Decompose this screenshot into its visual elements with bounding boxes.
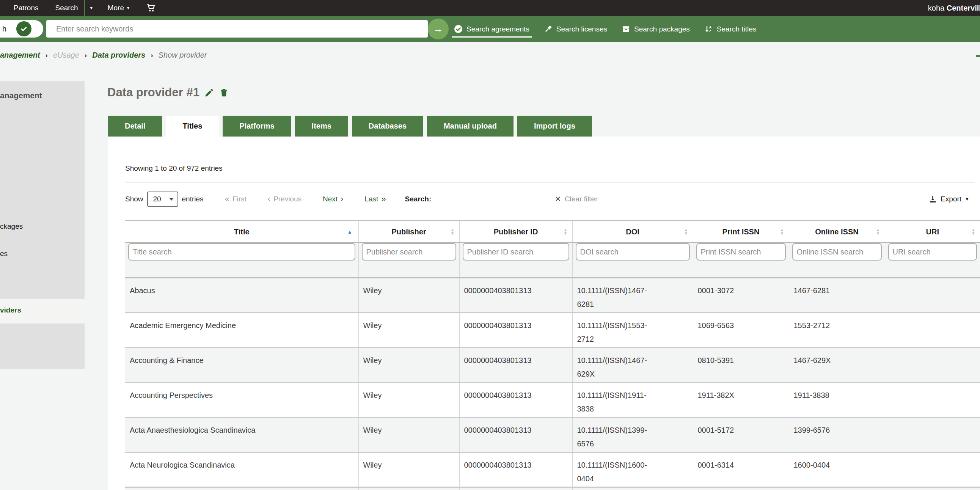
breadcrumb-item[interactable]: Data providers [92,51,145,60]
column-header-online-issn[interactable]: Online ISSN▲▼ [789,221,885,243]
column-header-uri[interactable]: URI▲▼ [885,221,980,243]
column-header-doi[interactable]: DOI▲▼ [572,221,693,243]
cell-uri [885,312,980,347]
nav-more[interactable]: More ▾ [108,0,129,16]
cell-publisher: Wiley [358,452,459,487]
filter-cell [459,243,572,278]
scope-link-label: Search licenses [556,25,607,33]
table-row: Accounting PerspectivesWiley000000040380… [125,382,980,417]
cell-print-issn: 1069-6563 [693,312,789,347]
sidebar-item-titles[interactable]: es [0,250,8,258]
box-icon [622,25,630,33]
search-tab-fragment[interactable]: h [0,20,43,38]
edit-icon[interactable] [204,88,214,98]
filter-cell [789,243,885,278]
column-header-title[interactable]: Title▲ [125,221,358,243]
sort-both-icon: ▲▼ [971,228,975,235]
table-row: Acta Obstetricia et Gynecologica Scandin… [125,487,980,490]
cell-doi: 10.1111/(ISSN)1553-2712 [572,312,693,347]
scope-link-search-agreements[interactable]: Search agreements [454,25,530,33]
nav-divider [84,0,85,16]
search-bar: h → Search agreementsSearch licensesSear… [0,16,980,42]
column-header-publisher[interactable]: Publisher▲▼ [358,221,459,243]
cell-print-issn: 1911-382X [693,382,789,417]
delete-icon[interactable] [219,88,229,98]
sidebar-item-data-providers[interactable]: viders [0,306,84,314]
cell-title: Acta Neurologica Scandinavica [125,452,358,487]
double-chevron-left-icon: « [225,194,229,204]
cell-uri [885,278,980,312]
scope-link-search-packages[interactable]: Search packages [622,25,690,33]
clear-filter-button[interactable]: ✕ Clear filter [554,194,597,204]
brand-prefix: koha [928,4,944,12]
sidebar-section-erm: anagement ckages es [0,81,84,299]
pagination-last-button[interactable]: Last » [364,194,386,204]
sidebar-active-row[interactable]: viders [0,299,84,323]
tab-platforms[interactable]: Platforms [223,116,291,137]
cell-print-issn: 0001-5172 [693,417,789,452]
pagination-next-button[interactable]: Next › [323,194,343,204]
table-search-input[interactable] [436,192,536,206]
chevron-left-icon: ‹ [268,194,270,204]
doi-search-input[interactable] [576,243,690,261]
column-label: Publisher ID [494,228,538,236]
cell-publisher: Wiley [358,382,459,417]
sort-both-icon: ▲▼ [876,228,880,235]
column-header-publisher-id[interactable]: Publisher ID▲▼ [459,221,572,243]
tab-titles[interactable]: Titles [166,116,219,137]
cell-online-issn: 1399-6576 [789,417,885,452]
pagination-first-button[interactable]: « First [225,194,247,204]
scope-link-label: Search agreements [466,25,530,33]
publisher-search-input[interactable] [362,243,456,261]
table-row: Accounting & FinanceWiley000000040380131… [125,347,980,382]
cell-doi: 10.1111/(ISSN)1600-0404 [572,452,693,487]
sort-alpha-icon: AZ [704,25,713,33]
publisher-id-search-input[interactable] [463,243,569,261]
cart-icon[interactable] [146,0,156,16]
cell-doi: 10.1111/(ISSN)1467-629X [572,347,693,382]
x-icon: ✕ [554,194,561,204]
gavel-icon [544,25,552,33]
scope-link-label: Search packages [634,25,690,33]
cell-online-issn: 1600-0404 [789,452,885,487]
tab-databases[interactable]: Databases [352,116,423,137]
per-page-select[interactable]: 20 [147,191,178,207]
cell-publisher-id: 0000000403801313 [459,347,572,382]
print-issn-search-input[interactable] [696,243,786,261]
sort-both-icon: ▲▼ [450,228,455,235]
table-row: AbacusWiley000000040380131310.1111/(ISSN… [125,278,980,312]
cell-online-issn: 1553-2712 [789,312,885,347]
online-issn-search-input[interactable] [792,243,882,261]
export-button[interactable]: Export ▼ [928,195,969,204]
tab-items[interactable]: Items [295,116,348,137]
column-header-print-issn[interactable]: Print ISSN▲▼ [693,221,789,243]
tab-import-logs[interactable]: Import logs [517,116,592,137]
tab-detail[interactable]: Detail [108,116,162,137]
check-badge-icon [16,21,32,37]
cell-print-issn: 0001-6349 [693,487,789,490]
nav-patrons[interactable]: Patrons [14,0,38,16]
uri-search-input[interactable] [888,243,977,261]
filter-cell [358,243,459,278]
pagination-previous-button[interactable]: ‹ Previous [268,194,302,204]
search-input[interactable] [46,20,428,38]
brand-name: Centerville [947,4,980,12]
cell-publisher: Wiley [358,278,459,312]
breadcrumb-item[interactable]: anagement [0,51,40,60]
export-caret-icon: ▼ [965,196,969,202]
per-page-value: 20 [153,195,161,203]
search-caret-icon[interactable]: ▾ [90,0,92,16]
show-label: Show [125,195,143,203]
nav-search[interactable]: Search [55,0,78,16]
scope-link-search-titles[interactable]: AZSearch titles [704,25,757,33]
tab-manual-upload[interactable]: Manual upload [427,116,514,137]
cell-doi: 10.1111/(ISSN)1467-6281 [572,278,693,312]
next-label: Next [323,195,337,203]
cell-title: Acta Anaesthesiologica Scandinavica [125,417,358,452]
scope-link-search-licenses[interactable]: Search licenses [544,25,607,33]
cell-publisher: Wiley [358,347,459,382]
title-search-input[interactable] [128,243,355,261]
search-submit-button[interactable]: → [428,19,449,40]
column-label: DOI [626,228,640,236]
sidebar-item-packages[interactable]: ckages [0,222,23,231]
